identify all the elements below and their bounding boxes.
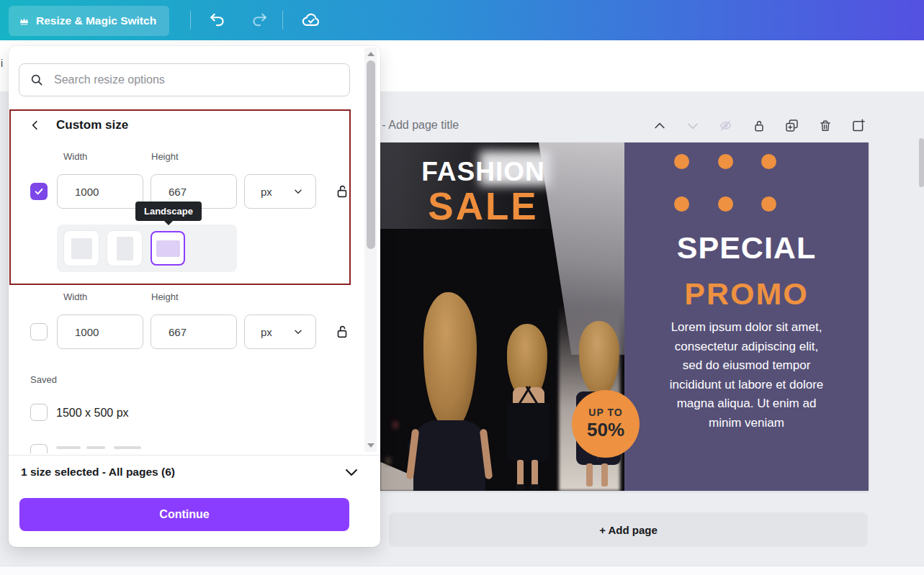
resize-button-label: Resize & Magic Switch <box>36 14 156 27</box>
decorative-dot <box>761 196 776 212</box>
page-actions-toolbar <box>652 118 866 133</box>
decorative-dot <box>718 154 733 169</box>
second-size-checkbox[interactable] <box>30 323 48 340</box>
check-icon <box>33 186 45 197</box>
model-shoe <box>516 484 525 489</box>
orientation-landscape-button[interactable] <box>151 231 185 266</box>
lock-page-button[interactable] <box>751 118 766 133</box>
audience-speck <box>393 422 398 428</box>
cloud-save-button[interactable] <box>297 8 326 32</box>
footer-divider <box>9 455 380 456</box>
width-label: Width <box>63 291 87 302</box>
resize-magic-switch-button[interactable]: Resize & Magic Switch <box>9 6 169 36</box>
chevron-down-icon <box>686 119 700 133</box>
move-page-down-button[interactable] <box>685 118 700 133</box>
unit-select[interactable]: px <box>244 314 316 349</box>
unit-value: px <box>261 186 272 198</box>
chevron-down-icon <box>292 326 304 338</box>
expand-summary-button[interactable] <box>343 463 360 481</box>
add-page-button[interactable]: + Add page <box>389 512 868 547</box>
aspect-lock-button[interactable] <box>333 182 351 201</box>
height-input[interactable] <box>151 314 237 349</box>
redo-icon <box>250 11 269 30</box>
orientation-group <box>57 225 237 272</box>
promo-panel: SPECIAL PROMO Lorem ipsum dolor sit amet… <box>624 142 869 491</box>
custom-size-checkbox[interactable] <box>30 183 48 200</box>
cloud-check-icon <box>300 9 322 31</box>
headline-fashion: FASHION <box>396 157 570 187</box>
continue-button[interactable]: Continue <box>19 498 349 531</box>
resize-panel: Custom size Width Height px Landscape <box>9 46 380 547</box>
unit-value: px <box>261 326 272 338</box>
model-leg <box>586 463 593 486</box>
square-shape <box>71 238 92 259</box>
height-label: Height <box>151 151 179 162</box>
height-label: Height <box>151 291 179 302</box>
saved-section-label: Saved <box>30 374 57 385</box>
model-left-gown <box>413 420 485 491</box>
chevron-up-icon <box>652 119 667 133</box>
audience-speck <box>386 458 390 464</box>
unlock-icon <box>334 184 350 199</box>
undo-icon <box>208 11 227 30</box>
saved-size-checkbox[interactable] <box>30 404 48 421</box>
page-title[interactable]: 6 - Add page title <box>372 119 459 132</box>
orientation-portrait-button[interactable] <box>107 231 142 266</box>
orientation-square-button[interactable] <box>64 231 99 266</box>
model-leg <box>531 460 538 486</box>
toolbar-divider <box>282 11 283 30</box>
back-chevron-icon[interactable] <box>29 119 42 132</box>
search-box <box>19 63 350 96</box>
search-input[interactable] <box>53 73 339 87</box>
design-page[interactable]: FASHION SALE SPECIAL PROMO Lorem ipsum d… <box>380 142 869 491</box>
canvas-scrollbar-thumb[interactable] <box>919 138 924 187</box>
bottom-bar <box>0 566 924 575</box>
subhead-special: SPECIAL <box>624 230 869 266</box>
add-page-icon <box>851 118 866 133</box>
decorative-dot <box>674 154 689 169</box>
canva-editor: i Resize & Magic Switch 6 - <box>0 0 924 575</box>
decorative-dot <box>761 154 776 169</box>
undo-button[interactable] <box>203 8 232 32</box>
clipped-text-fragment <box>114 446 141 449</box>
promo-body-text: Lorem ipsum dolor sit amet, consectetur … <box>670 318 824 433</box>
redo-button[interactable] <box>245 8 274 32</box>
crown-icon <box>19 16 30 27</box>
panel-scrollbar-thumb[interactable] <box>367 60 375 249</box>
unit-select[interactable]: px <box>244 174 316 209</box>
delete-page-button[interactable] <box>817 118 833 133</box>
clipped-text-fragment <box>86 446 105 449</box>
width-input[interactable] <box>57 314 143 349</box>
saved-size-label: 1500 x 500 px <box>56 407 129 420</box>
decorative-dot <box>674 196 689 212</box>
headline-sale: SALE <box>396 184 570 228</box>
top-toolbar: Resize & Magic Switch <box>0 0 924 40</box>
add-page-icon-button[interactable] <box>851 118 866 133</box>
toolbar-divider <box>190 11 191 30</box>
subhead-promo: PROMO <box>624 276 869 312</box>
duplicate-page-button[interactable] <box>784 118 799 133</box>
trash-icon <box>818 119 833 133</box>
model-shoe <box>530 484 539 489</box>
width-label: Width <box>63 151 87 162</box>
panel-scrollbar[interactable] <box>364 47 377 452</box>
width-input[interactable] <box>57 174 143 209</box>
badge-up-to: UP TO <box>588 407 622 418</box>
duplicate-page-icon <box>784 118 799 133</box>
model-right-hair <box>579 321 619 396</box>
scroll-up-arrow-icon[interactable] <box>367 52 374 56</box>
move-page-up-button[interactable] <box>652 118 667 133</box>
custom-size-header: Custom size <box>29 118 128 132</box>
clipped-text-fragment: i <box>1 58 3 69</box>
scroll-down-arrow-icon[interactable] <box>367 443 374 448</box>
saved-size-checkbox-partial[interactable] <box>30 444 48 453</box>
model-left-hair <box>423 292 477 430</box>
aspect-lock-button[interactable] <box>333 322 351 341</box>
chevron-down-icon <box>292 186 304 197</box>
custom-size-title: Custom size <box>56 118 128 132</box>
landscape-tooltip: Landscape <box>135 202 202 221</box>
hide-page-button[interactable] <box>718 118 733 133</box>
chevron-down-icon <box>343 463 360 481</box>
search-icon <box>30 73 44 87</box>
model-leg <box>601 463 608 486</box>
